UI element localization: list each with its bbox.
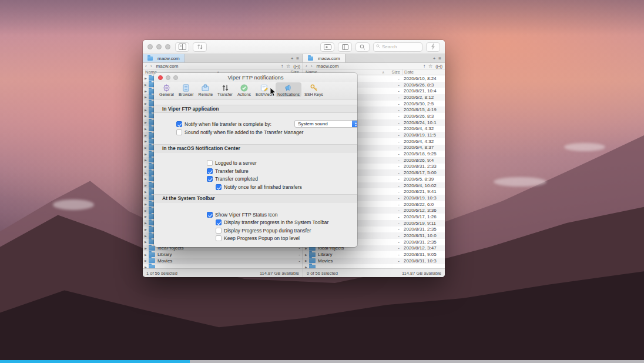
checkbox-checked[interactable] xyxy=(207,212,213,218)
disclosure-triangle-icon[interactable]: ▶ xyxy=(143,102,149,105)
tab-menu-button[interactable]: ≡ xyxy=(296,56,299,61)
checkbox-checked[interactable] xyxy=(216,219,222,225)
disclosure-triangle-icon[interactable]: ▶ xyxy=(143,114,149,118)
disclosure-triangle-icon[interactable]: ▶ xyxy=(143,165,149,168)
checkbox-row-display-progress-popup-during-transfer[interactable]: Display Progress Popup during transfer xyxy=(216,227,353,234)
dialog-tool-transfer[interactable]: Transfer xyxy=(216,82,234,97)
sound-dropdown[interactable]: System sound▲▼ xyxy=(294,120,357,128)
columns-button[interactable] xyxy=(338,42,352,52)
disclosure-triangle-icon[interactable]: ▶ xyxy=(303,259,309,262)
disclosure-triangle-icon[interactable]: ▶ xyxy=(143,158,149,162)
checkbox-row-notify-when-file-transfer-is-complete-by[interactable]: Notify when file transfer is complete by… xyxy=(176,121,353,128)
dialog-tool-remote[interactable]: Remote xyxy=(197,82,215,97)
checkbox-row-transfer-completed[interactable]: Transfer completed xyxy=(207,175,353,182)
disclosure-triangle-icon[interactable]: ▶ xyxy=(143,228,149,231)
checkbox-row-keep-progress-popup-on-top-level[interactable]: Keep Progress Popup on top level xyxy=(216,235,353,242)
disclosure-triangle-icon[interactable]: ▶ xyxy=(143,121,149,124)
disclosure-triangle-icon[interactable]: ▶ xyxy=(143,89,149,93)
tab-right-macw[interactable]: macw.com xyxy=(303,54,346,62)
checkbox-unchecked[interactable] xyxy=(216,228,222,234)
file-row[interactable]: ▶ xyxy=(143,264,303,268)
disclosure-triangle-icon[interactable]: ▶ xyxy=(143,108,149,112)
back-forward-buttons[interactable]: ‹ › xyxy=(145,64,153,69)
favorites-button[interactable]: ☆ xyxy=(428,64,432,69)
checkbox-row-transfer-failure[interactable]: Transfer failure xyxy=(207,168,353,175)
window-titlebar[interactable]: Search xyxy=(143,40,445,54)
disclosure-triangle-icon[interactable]: ▶ xyxy=(143,127,149,131)
video-progress-track[interactable] xyxy=(0,360,644,363)
broadcast-button[interactable]: ((•)) xyxy=(293,64,300,68)
disclosure-triangle-icon[interactable]: ▶ xyxy=(143,247,149,250)
checkbox-checked[interactable] xyxy=(207,176,213,182)
new-tab-button[interactable]: + xyxy=(433,56,436,61)
disclosure-triangle-icon[interactable]: ▶ xyxy=(143,76,149,80)
checkbox-checked[interactable] xyxy=(207,168,213,174)
quick-actions-button[interactable] xyxy=(426,42,440,52)
checkbox-row-display-transfer-progress-in-the-system-[interactable]: Display transfer progress in the System … xyxy=(216,219,353,226)
file-row-library[interactable]: ▶Library- xyxy=(143,251,303,258)
dialog-titlebar[interactable]: Viper FTP notifications xyxy=(154,73,357,82)
disclosure-triangle-icon[interactable]: ▶ xyxy=(143,134,149,137)
sort-button[interactable] xyxy=(193,42,207,52)
document-lines-icon xyxy=(181,83,191,93)
column-header-date[interactable]: Date xyxy=(402,69,445,75)
checkbox-unchecked[interactable] xyxy=(216,235,222,241)
new-tab-button[interactable]: + xyxy=(291,56,294,61)
disclosure-triangle-icon[interactable]: ▶ xyxy=(143,184,149,187)
tab-label: macw.com xyxy=(318,56,340,61)
preview-button[interactable] xyxy=(320,42,334,52)
dialog-tool-browser[interactable]: Browser xyxy=(177,82,196,97)
checkbox-unchecked[interactable] xyxy=(207,160,213,166)
close-button[interactable] xyxy=(147,44,153,49)
upload-button[interactable]: ↑ xyxy=(423,64,425,69)
file-row-movies[interactable]: ▶Movies-2020/8/31, 10:3 xyxy=(303,258,445,264)
disclosure-triangle-icon[interactable]: ▶ xyxy=(143,209,149,212)
checkbox-row-logged-to-a-server[interactable]: Logged to a server xyxy=(207,159,353,166)
dialog-tool-notifications[interactable]: Notifications xyxy=(276,82,301,97)
checkbox-checked[interactable] xyxy=(216,184,222,190)
disclosure-triangle-icon[interactable]: ▶ xyxy=(143,234,149,238)
disclosure-triangle-icon[interactable]: ▶ xyxy=(143,265,149,268)
find-button[interactable] xyxy=(355,42,370,52)
file-date: 2020/8/21, 10:4 xyxy=(402,88,445,94)
disclosure-triangle-icon[interactable]: ▶ xyxy=(303,253,309,257)
disclosure-triangle-icon[interactable]: ▶ xyxy=(143,259,149,262)
checkbox-row-sound-notify-when-file-added-to-the-tran[interactable]: Sound notify when file added to the Tran… xyxy=(176,129,353,136)
disclosure-triangle-icon[interactable]: ▶ xyxy=(143,139,149,143)
disclosure-triangle-icon[interactable]: ▶ xyxy=(143,95,149,99)
disclosure-triangle-icon[interactable]: ▶ xyxy=(143,215,149,218)
disclosure-triangle-icon[interactable]: ▶ xyxy=(143,177,149,181)
minimize-button[interactable] xyxy=(156,44,162,49)
search-input[interactable]: Search xyxy=(373,42,422,52)
sidebar-toggle-button[interactable] xyxy=(175,42,189,52)
disclosure-triangle-icon[interactable]: ▶ xyxy=(303,265,309,268)
dialog-tool-general[interactable]: General xyxy=(157,82,176,97)
disclosure-triangle-icon[interactable]: ▶ xyxy=(143,196,149,199)
file-row-movies[interactable]: ▶Movies- xyxy=(143,258,303,264)
checkbox-checked[interactable] xyxy=(176,121,182,127)
checkbox-row-show-viper-ftp-status-icon[interactable]: Show Viper FTP Status Icon xyxy=(207,211,353,218)
file-row-library[interactable]: ▶Library-2020/8/31, 9:05 xyxy=(303,251,445,258)
broadcast-button[interactable]: ((•)) xyxy=(435,64,442,68)
checkbox-row-notify-once-for-all-finished-transfers[interactable]: Notify once for all finished transfers xyxy=(216,184,353,191)
file-row[interactable]: ▶ xyxy=(303,264,445,268)
disclosure-triangle-icon[interactable]: ▶ xyxy=(143,83,149,86)
favorites-button[interactable]: ☆ xyxy=(286,64,290,69)
zoom-button[interactable] xyxy=(165,44,170,49)
dialog-tool-actions[interactable]: Actions xyxy=(236,82,253,97)
tab-menu-button[interactable]: ≡ xyxy=(438,56,441,61)
dialog-tool-ssh-keys[interactable]: SSH Keys xyxy=(303,82,325,97)
disclosure-triangle-icon[interactable]: ▶ xyxy=(143,221,149,225)
disclosure-triangle-icon[interactable]: ▶ xyxy=(143,202,149,206)
disclosure-triangle-icon[interactable]: ▶ xyxy=(143,152,149,156)
disclosure-triangle-icon[interactable]: ▶ xyxy=(143,146,149,149)
back-forward-buttons[interactable]: ‹ › xyxy=(306,64,314,69)
disclosure-triangle-icon[interactable]: ▶ xyxy=(143,171,149,175)
checkbox-unchecked[interactable] xyxy=(176,129,182,135)
tab-left-macw[interactable]: macw.com xyxy=(143,54,185,62)
disclosure-triangle-icon[interactable]: ▶ xyxy=(143,253,149,257)
column-header-size[interactable]: Size xyxy=(391,69,400,75)
upload-button[interactable]: ↑ xyxy=(281,64,283,69)
disclosure-triangle-icon[interactable]: ▶ xyxy=(143,190,149,194)
disclosure-triangle-icon[interactable]: ▶ xyxy=(143,240,149,244)
